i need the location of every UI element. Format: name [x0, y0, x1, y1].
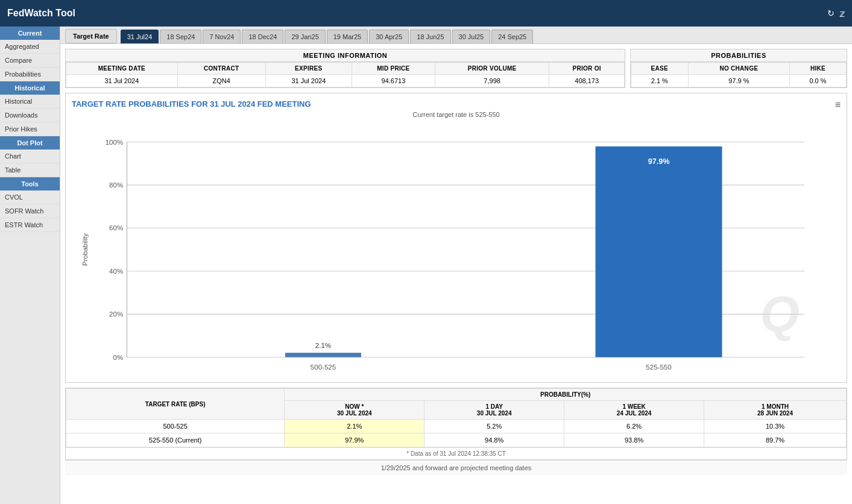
- cell-now-500-525: 2.1%: [285, 420, 424, 433]
- svg-text:2.1%: 2.1%: [315, 342, 331, 349]
- sidebar-item-cvol[interactable]: CVOL: [0, 191, 60, 204]
- chart-section: TARGET RATE PROBABILITIES FOR 31 JUL 202…: [65, 93, 847, 383]
- svg-text:Probability: Probability: [81, 233, 89, 266]
- tab-30apr25[interactable]: 30 Apr25: [369, 30, 409, 43]
- data-footnote: * Data as of 31 Jul 2024 12:38:35 CT: [66, 447, 847, 459]
- col-no-change: NO CHANGE: [688, 63, 789, 75]
- twitter-icon[interactable]: 𝕫: [839, 8, 845, 19]
- app-title: FedWatch Tool: [7, 8, 75, 19]
- col-prior-oi: PRIOR OI: [549, 63, 625, 75]
- svg-text:20%: 20%: [109, 310, 123, 318]
- svg-text:500-525: 500-525: [311, 364, 336, 371]
- sidebar-item-estr-watch[interactable]: ESTR Watch: [0, 218, 60, 232]
- sidebar-section-current[interactable]: Current: [0, 27, 60, 40]
- sidebar-item-downloads[interactable]: Downloads: [0, 109, 60, 122]
- bar-500-525: [285, 353, 361, 357]
- main-content-area: Target Rate 31 Jul24 18 Sep24 7 Nov24 18…: [60, 27, 852, 504]
- sidebar-item-chart[interactable]: Chart: [0, 150, 60, 163]
- sidebar-item-sofr-watch[interactable]: SOFR Watch: [0, 204, 60, 218]
- meeting-info-box: MEETING INFORMATION MEETING DATE CONTRAC…: [65, 49, 625, 88]
- cell-1week-525-550: 93.8%: [564, 433, 704, 447]
- table-row-500-525: 500-525 2.1% 5.2% 6.2% 10.3%: [66, 420, 847, 433]
- cell-expires: 31 Jul 2024: [265, 75, 352, 87]
- svg-text:0%: 0%: [113, 354, 124, 361]
- bottom-note: 1/29/2025 and forward are projected meet…: [65, 460, 847, 475]
- cell-contract: ZQN4: [177, 75, 265, 87]
- col-contract: CONTRACT: [177, 63, 265, 75]
- app-header: FedWatch Tool ↻ 𝕫: [0, 0, 852, 27]
- cell-1month-500-525: 10.3%: [704, 420, 847, 433]
- th-target-rate: TARGET RATE (BPS): [66, 389, 285, 420]
- sidebar-item-historical[interactable]: Historical: [0, 95, 60, 109]
- svg-text:97.9%: 97.9%: [648, 157, 670, 166]
- tab-18dec24[interactable]: 18 Dec24: [242, 30, 283, 43]
- col-ease: EASE: [631, 63, 689, 75]
- cell-1day-525-550: 94.8%: [424, 433, 564, 447]
- chart-title: TARGET RATE PROBABILITIES FOR 31 JUL 202…: [72, 99, 841, 109]
- table-row-525-550: 525-550 (Current) 97.9% 94.8% 93.8% 89.7…: [66, 433, 847, 447]
- tab-19mar25[interactable]: 19 Mar25: [327, 30, 368, 43]
- probabilities-header: PROBABILITIES: [631, 49, 847, 62]
- tab-18sep24[interactable]: 18 Sep24: [160, 30, 201, 43]
- probabilities-box: PROBABILITIES EASE NO CHANGE HIKE 2.1 %: [630, 49, 847, 88]
- svg-text:Q: Q: [760, 286, 800, 343]
- chart-svg: Probability 0% 20% 40%: [72, 123, 841, 376]
- cell-meeting-date: 31 Jul 2024: [66, 75, 178, 87]
- th-1day: 1 DAY 30 JUL 2024: [424, 401, 564, 420]
- tab-29jan25[interactable]: 29 Jan25: [285, 30, 325, 43]
- sidebar-section-historical[interactable]: Historical: [0, 81, 60, 95]
- col-mid-price: MID PRICE: [352, 63, 435, 75]
- cell-1week-500-525: 6.2%: [564, 420, 704, 433]
- th-now: NOW * 30 JUL 2024: [285, 401, 424, 420]
- header-icons: ↻ 𝕫: [827, 8, 845, 19]
- cell-prior-oi: 408,173: [549, 75, 625, 87]
- probabilities-row: 2.1 % 97.9 % 0.0 %: [631, 75, 847, 87]
- sidebar-item-prior-hikes[interactable]: Prior Hikes: [0, 122, 60, 136]
- svg-text:60%: 60%: [109, 225, 123, 232]
- meeting-info-header: MEETING INFORMATION: [66, 49, 625, 62]
- col-prior-volume: PRIOR VOLUME: [435, 63, 549, 75]
- svg-text:40%: 40%: [109, 268, 123, 275]
- tab-18jun25[interactable]: 18 Jun25: [410, 30, 450, 43]
- cell-hike: 0.0 %: [789, 75, 846, 87]
- cell-ease: 2.1 %: [631, 75, 689, 87]
- cell-no-change: 97.9 %: [688, 75, 789, 87]
- cell-1month-525-550: 89.7%: [704, 433, 847, 447]
- target-rate-section-tab[interactable]: Target Rate: [65, 29, 117, 43]
- tab-31jul24[interactable]: 31 Jul24: [121, 30, 159, 43]
- bar-525-550: [596, 146, 722, 358]
- sidebar-item-compare[interactable]: Compare: [0, 54, 60, 68]
- col-expires: EXPIRES: [265, 63, 352, 75]
- cell-now-525-550: 97.9%: [285, 433, 424, 447]
- cell-rate-500-525: 500-525: [66, 420, 285, 433]
- meeting-info-row: 31 Jul 2024 ZQN4 31 Jul 2024 94.6713 7,9…: [66, 75, 625, 87]
- sidebar-item-probabilities[interactable]: Probabilities: [0, 68, 60, 81]
- svg-text:80%: 80%: [109, 181, 123, 189]
- cell-mid-price: 94.6713: [352, 75, 435, 87]
- chart-subtitle: Current target rate is 525-550: [72, 111, 841, 118]
- svg-text:525-550: 525-550: [646, 364, 671, 371]
- tabs-bar: Target Rate 31 Jul24 18 Sep24 7 Nov24 18…: [60, 27, 852, 44]
- main-layout: Current Aggregated Compare Probabilities…: [0, 27, 852, 504]
- th-1week: 1 WEEK 24 JUL 2024: [564, 401, 704, 420]
- prob-table-section: TARGET RATE (BPS) PROBABILITY(%) NOW * 3…: [65, 388, 847, 460]
- info-section: MEETING INFORMATION MEETING DATE CONTRAC…: [65, 49, 847, 88]
- sidebar-item-table[interactable]: Table: [0, 163, 60, 177]
- sidebar-section-dotplot[interactable]: Dot Plot: [0, 136, 60, 150]
- reload-icon[interactable]: ↻: [827, 8, 835, 18]
- chart-menu-icon[interactable]: ≡: [835, 99, 841, 110]
- tab-7nov24[interactable]: 7 Nov24: [203, 30, 241, 43]
- col-meeting-date: MEETING DATE: [66, 63, 178, 75]
- sidebar-section-tools[interactable]: Tools: [0, 177, 60, 191]
- sidebar: Current Aggregated Compare Probabilities…: [0, 27, 60, 504]
- sidebar-item-aggregated[interactable]: Aggregated: [0, 40, 60, 54]
- cell-rate-525-550: 525-550 (Current): [66, 433, 285, 447]
- chart-container: Probability 0% 20% 40%: [72, 123, 841, 376]
- svg-text:100%: 100%: [106, 139, 124, 146]
- meeting-info-table: MEETING DATE CONTRACT EXPIRES MID PRICE …: [66, 62, 625, 87]
- tab-30jul25[interactable]: 30 Jul25: [452, 30, 491, 43]
- th-1month: 1 MONTH 28 JUN 2024: [704, 401, 847, 420]
- tab-24sep25[interactable]: 24 Sep25: [491, 30, 533, 43]
- cell-prior-volume: 7,998: [435, 75, 549, 87]
- cell-1day-500-525: 5.2%: [424, 420, 564, 433]
